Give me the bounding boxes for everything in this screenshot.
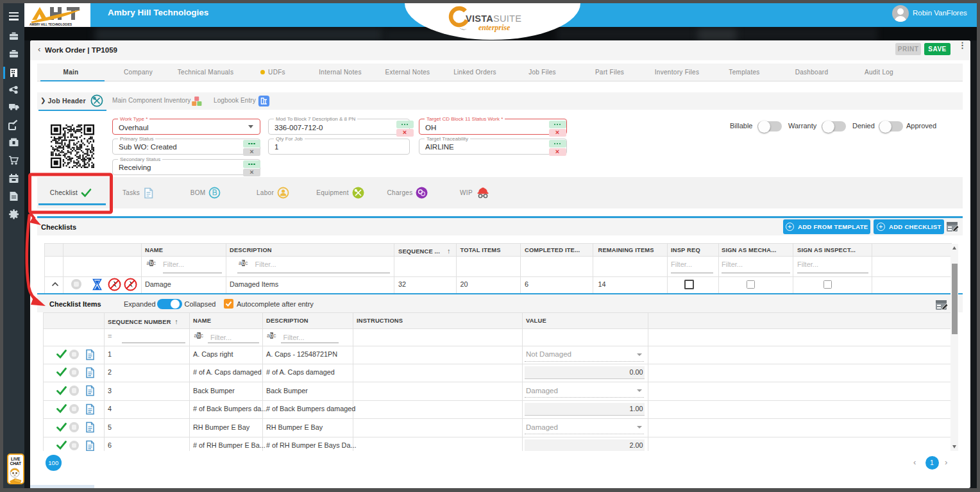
- svg-text:SUITE: SUITE: [493, 13, 521, 24]
- svg-text:AMBRY HILL TECHNOLOGIES: AMBRY HILL TECHNOLOGIES: [30, 23, 72, 26]
- svg-text:VISTA: VISTA: [466, 13, 493, 24]
- svg-text:enterprise: enterprise: [478, 23, 511, 32]
